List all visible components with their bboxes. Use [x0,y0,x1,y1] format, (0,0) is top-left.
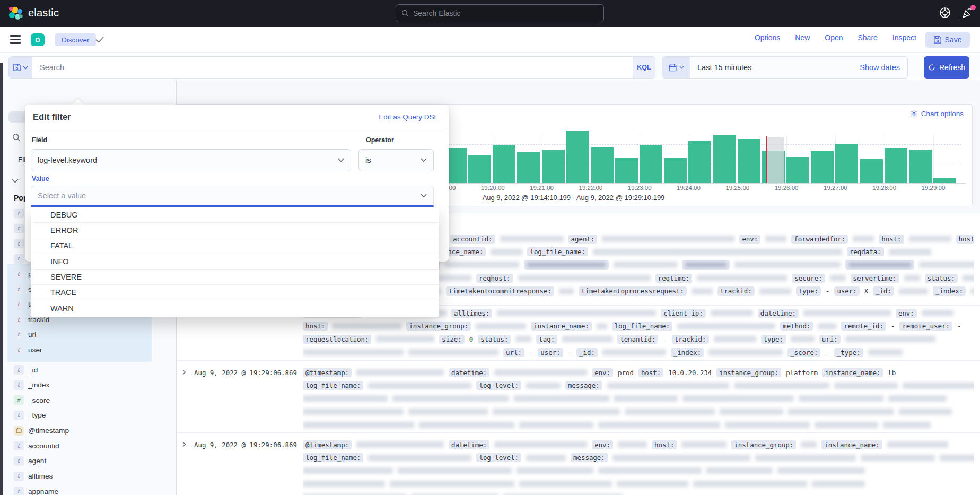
sidebar-field-@timestamp[interactable]: @timestamp [14,425,69,436]
elastic-logo[interactable]: elastic [8,6,59,20]
field-chip[interactable]: reqtime: [655,274,693,283]
field-chip[interactable]: client_ip: [661,309,706,318]
field-chip[interactable]: user: [834,286,859,296]
value-option-trace[interactable]: TRACE [31,285,439,300]
field-chip[interactable]: trackid: [672,335,709,344]
field-chip[interactable]: env: [739,235,760,244]
field-chip[interactable]: agent: [568,235,598,244]
field-chip[interactable]: env: [592,368,613,377]
field-chip[interactable]: reqdata: [847,247,884,256]
sidebar-field-user[interactable]: tuser [14,344,42,355]
sidebar-field-accountid[interactable]: taccountid [14,440,59,451]
field-chip[interactable]: remote_user: [899,322,952,331]
value-combobox[interactable]: Select a value [31,186,434,207]
value-option-error[interactable]: ERROR [31,223,439,238]
field-chip[interactable]: instance_group: [731,440,796,449]
help-button[interactable] [939,6,951,19]
field-chip[interactable]: hostname: [956,235,974,244]
field-chip[interactable]: requestlocation: [303,335,371,344]
field-chip[interactable]: type: [761,335,786,344]
field-chip[interactable]: log_file_name: [612,322,672,331]
value-option-fatal[interactable]: FATAL [31,238,439,254]
field-chip[interactable]: instance_name: [531,322,591,331]
field-chip[interactable]: env: [896,309,917,318]
query-input[interactable]: Search [32,57,633,78]
field-chip[interactable]: @timestamp: [303,440,352,449]
field-chip[interactable]: datetime: [758,309,799,318]
field-chip[interactable]: type: [796,286,821,296]
date-quick-select-button[interactable] [662,57,690,78]
field-select[interactable]: log-level.keyword [31,149,351,171]
field-chip[interactable]: _id: [873,286,894,296]
field-chip[interactable]: timetakentocommitresponse: [446,286,554,296]
field-chip[interactable]: instance_group: [406,322,471,331]
edit-as-query-dsl-link[interactable]: Edit as Query DSL [379,113,438,121]
field-chip[interactable]: log-level: [476,453,521,462]
sidebar-field-appname[interactable]: tappname [14,486,58,495]
field-chip[interactable]: trackid: [718,286,755,296]
field-chip[interactable]: secure: [792,274,825,283]
field-chip[interactable]: host: [638,368,663,377]
saved-query-menu-button[interactable] [9,57,32,78]
field-chip[interactable]: method: [780,322,813,331]
field-chip[interactable]: message: [565,381,602,390]
field-chip[interactable]: _score: [788,348,820,357]
show-dates-button[interactable]: Show dates [860,57,907,78]
top-nav-link-open[interactable]: Open [825,33,843,42]
field-chip[interactable]: tag: [536,335,557,344]
field-chip[interactable]: uri: [819,335,841,344]
field-chip[interactable]: status: [925,274,958,283]
save-button[interactable]: Save [925,32,970,48]
value-option-debug[interactable]: DEBUG [31,207,439,223]
field-chip[interactable]: log_file_name: [303,453,363,462]
field-chip[interactable]: @timestamp: [303,368,352,377]
field-chip[interactable]: _index: [933,286,966,296]
sidebar-field-_type[interactable]: t_type [14,410,46,421]
top-nav-link-options[interactable]: Options [755,33,780,42]
top-nav-link-share[interactable]: Share [858,33,878,42]
chart-options-button[interactable]: Chart options [910,110,964,118]
field-chip[interactable]: instance_name: [821,440,882,449]
field-chip[interactable]: forwardedfor: [791,235,848,244]
value-option-warn[interactable]: WARN [31,300,439,316]
field-chip[interactable]: datetime: [449,440,489,449]
refresh-button[interactable]: Refresh [924,56,969,79]
field-chip[interactable]: url: [503,348,524,357]
expand-row-button[interactable] [181,369,187,375]
field-chip[interactable]: user: [538,348,563,357]
field-chip[interactable]: env: [592,440,613,449]
field-chip[interactable]: remote_id: [841,322,886,331]
top-nav-link-inspect[interactable]: Inspect [892,33,916,42]
newsfeed-button[interactable] [961,7,974,20]
sidebar-field-_id[interactable]: t_id [14,364,38,375]
field-chip[interactable]: accountid: [450,235,495,244]
sidebar-field-_score[interactable]: #_score [14,395,50,405]
section-chevron-icon[interactable] [12,179,19,183]
time-range-value[interactable]: Last 15 minutes [690,57,860,78]
sidebar-field-alltimes[interactable]: talltimes [14,471,52,482]
field-chip[interactable]: _index: [671,348,704,357]
field-chip[interactable]: tenantid: [617,335,658,344]
field-chip[interactable]: message: [571,453,608,462]
field-chip[interactable]: log_file_name: [303,381,363,390]
field-chip[interactable]: instance_group: [716,368,781,377]
sidebar-field-agent[interactable]: tagent [14,456,46,466]
field-chip[interactable]: status: [478,335,511,344]
field-chip[interactable]: alltimes: [451,309,492,318]
operator-select[interactable]: is [358,149,434,171]
field-chip[interactable]: timetakentoprocessrequest: [579,286,687,296]
field-chip[interactable]: log-level: [476,381,521,390]
value-option-info[interactable]: INFO [31,254,439,270]
global-search-input[interactable]: Search Elastic [396,4,604,22]
field-chip[interactable]: log_file_name: [527,247,588,256]
value-option-severe[interactable]: SEVERE [31,270,439,285]
field-chip[interactable]: _type: [834,348,863,357]
field-chip[interactable]: host: [652,440,677,449]
expand-row-button[interactable] [181,441,187,447]
menu-button[interactable] [10,35,21,44]
breadcrumb[interactable]: Discover [55,33,96,46]
field-chip[interactable]: host: [879,235,904,244]
data-view-picker-fragment[interactable] [8,111,25,123]
field-chip[interactable]: _id: [576,348,598,357]
field-chip[interactable]: instance_name: [822,368,883,377]
